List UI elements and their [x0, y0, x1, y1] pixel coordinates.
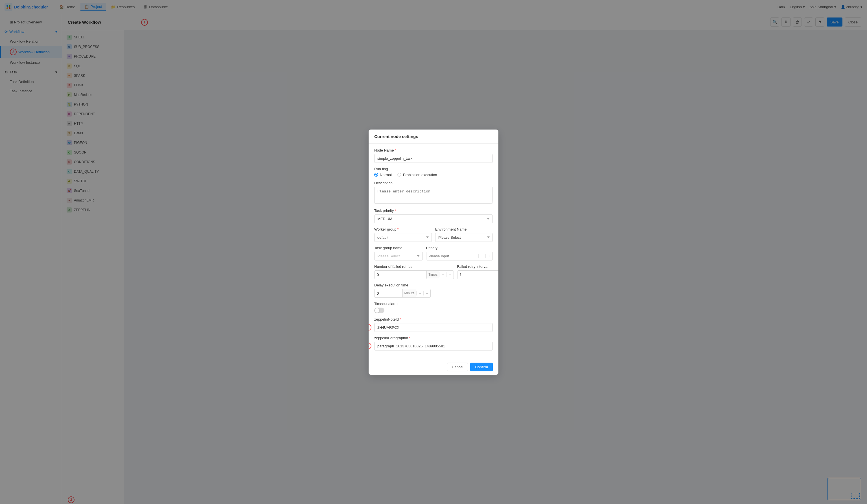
run-flag-radio-group: Normal Prohibition execution: [374, 173, 493, 177]
failed-retries-label: Number of failed retries: [374, 265, 454, 269]
modal-title: Current node settings: [374, 134, 418, 139]
modal-header: Current node settings: [368, 130, 499, 144]
worker-group-required: *: [397, 227, 399, 232]
form-item-task-priority: Task priority * MEDIUM: [374, 208, 493, 223]
form-item-description: Description: [374, 181, 493, 205]
form-item-run-flag: Run flag Normal Prohibition execution: [374, 167, 493, 177]
delay-execution-label: Delay execution time: [374, 283, 493, 287]
form-row-worker-env: Worker group * default Environment Name …: [374, 227, 493, 246]
timeout-alarm-toggle[interactable]: [374, 308, 384, 313]
radio-prohibition-dot: [397, 173, 401, 176]
annotation-circle-5: 5: [368, 343, 372, 349]
form-row-task-group-priority: Task group name Please Select Priority −…: [374, 246, 493, 265]
zeppelin-note-id-input[interactable]: [374, 323, 493, 332]
retry-interval-input[interactable]: [458, 271, 499, 279]
env-name-select[interactable]: Please Select: [435, 233, 493, 242]
form-item-timeout-alarm: Timeout alarm: [374, 302, 493, 313]
form-item-task-group-name: Task group name Please Select: [374, 246, 423, 260]
retry-interval-label: Failed retry interval: [457, 265, 499, 269]
delay-execution-plus[interactable]: +: [423, 291, 430, 296]
retry-interval-wrap: Minute − +: [457, 270, 499, 279]
task-priority-select[interactable]: MEDIUM: [374, 214, 493, 223]
modal-footer: Cancel Confirm: [368, 359, 499, 375]
form-row-retries: Number of failed retries Times − + Faile…: [374, 265, 493, 283]
failed-retries-wrap: Times − +: [374, 270, 454, 279]
zeppelin-note-id-label: zeppelinNoteId *: [374, 317, 493, 321]
form-item-node-name: Node Name *: [374, 148, 493, 163]
form-item-failed-retries: Number of failed retries Times − +: [374, 265, 454, 279]
radio-normal-dot: [374, 173, 378, 176]
toggle-knob: [375, 308, 379, 313]
description-textarea[interactable]: [374, 187, 493, 204]
failed-retries-unit: Times: [426, 271, 439, 279]
task-group-name-label: Task group name: [374, 246, 423, 250]
priority-minus-button[interactable]: −: [478, 254, 485, 258]
cancel-button[interactable]: Cancel: [447, 363, 468, 371]
zeppelin-paragraph-id-label: zeppelinParagraphId *: [374, 336, 493, 340]
node-name-input[interactable]: [374, 154, 493, 163]
form-item-worker-group: Worker group * default: [374, 227, 432, 242]
zeppelin-note-id-required: *: [400, 317, 401, 321]
zeppelin-paragraph-id-required: *: [409, 336, 410, 340]
failed-retries-minus[interactable]: −: [439, 272, 446, 277]
modal-body: Node Name * Run flag Normal Pr: [368, 144, 499, 359]
form-item-priority: Priority − +: [426, 246, 493, 260]
priority-input-wrap: − +: [426, 252, 493, 260]
confirm-button[interactable]: Confirm: [470, 363, 493, 371]
modal-current-node-settings: Current node settings Node Name * Run fl…: [368, 130, 499, 375]
modal-overlay: Current node settings Node Name * Run fl…: [0, 0, 867, 504]
radio-normal[interactable]: Normal: [374, 173, 392, 177]
priority-plus-button[interactable]: +: [485, 254, 492, 258]
priority-input[interactable]: [426, 252, 478, 260]
form-item-retry-interval: Failed retry interval Minute − +: [457, 265, 499, 279]
task-priority-label: Task priority *: [374, 208, 493, 213]
zeppelin-paragraph-id-input[interactable]: [374, 342, 493, 351]
form-item-zeppelin-paragraph-id: zeppelinParagraphId * 5: [374, 336, 493, 351]
failed-retries-input[interactable]: [375, 271, 426, 279]
run-flag-label: Run flag: [374, 167, 493, 171]
delay-execution-input[interactable]: [375, 289, 403, 298]
description-label: Description: [374, 181, 493, 185]
node-name-label: Node Name *: [374, 148, 493, 152]
node-name-required: *: [395, 148, 396, 152]
annotation-circle-4: 4: [368, 324, 372, 331]
form-item-env-name: Environment Name Please Select: [435, 227, 493, 242]
failed-retries-plus[interactable]: +: [446, 272, 453, 277]
worker-group-select[interactable]: default: [374, 233, 432, 242]
priority-label: Priority: [426, 246, 493, 250]
worker-group-label: Worker group *: [374, 227, 432, 232]
form-item-delay-execution: Delay execution time Minute − +: [374, 283, 493, 298]
task-group-select[interactable]: Please Select: [374, 252, 423, 260]
delay-execution-unit: Minute: [403, 289, 416, 297]
timeout-alarm-label: Timeout alarm: [374, 302, 493, 306]
radio-prohibition[interactable]: Prohibition execution: [397, 173, 437, 177]
form-item-zeppelin-note-id: zeppelinNoteId * 4: [374, 317, 493, 332]
delay-execution-wrap: Minute − +: [374, 289, 431, 298]
task-priority-required: *: [395, 208, 396, 213]
delay-execution-minus[interactable]: −: [416, 291, 423, 296]
env-name-label: Environment Name: [435, 227, 493, 232]
